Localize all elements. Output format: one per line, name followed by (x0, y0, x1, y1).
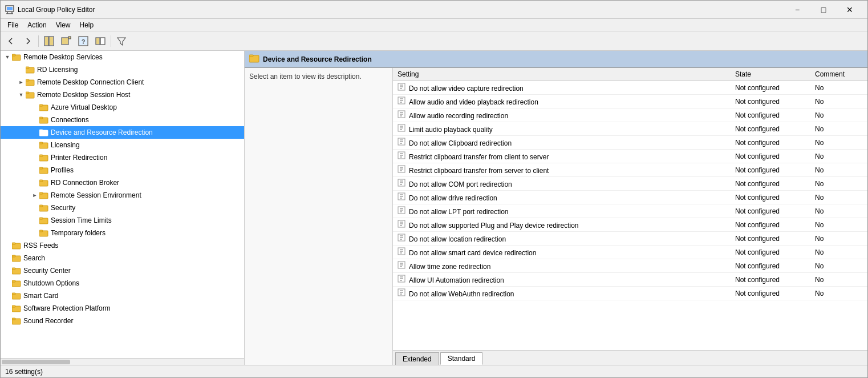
back-button[interactable] (3, 34, 19, 49)
tree-item-profiles[interactable]: Profiles (1, 164, 244, 176)
tree-scrollbar-thumb[interactable] (2, 360, 70, 364)
tabs-bar: Extended Standard (393, 350, 867, 365)
content-panel: Device and Resource Redirection Select a… (245, 51, 867, 365)
tree-item-rd-licensing[interactable]: RD Licensing (1, 63, 244, 76)
tree-item-rdsh[interactable]: ▼ Remote Desktop Session Host (1, 89, 244, 101)
table-row[interactable]: Limit audio playback qualityNot configur… (393, 122, 867, 136)
expand-spacer-rss (3, 241, 12, 250)
tree-item-shutdown-options[interactable]: Shutdown Options (1, 277, 244, 289)
tree-item-device-redirection[interactable]: Device and Resource Redirection (1, 126, 244, 139)
main-area: ▼ Remote Desktop Services RD Licensing ►… (1, 51, 867, 365)
view-panel-button[interactable] (92, 34, 108, 49)
window-controls: − □ ✕ (784, 1, 863, 19)
tree-label-smcard: Smart Card (23, 292, 58, 300)
setting-name-cell: Do not allow LPT port redirection (393, 204, 731, 218)
table-row[interactable]: Do not allow LPT port redirectionNot con… (393, 204, 867, 218)
expand-spacer-tf (30, 228, 39, 238)
expand-rdcc[interactable]: ► (17, 78, 26, 87)
expand-spacer-drr (30, 128, 39, 137)
policy-icon (398, 234, 405, 242)
table-row[interactable]: Allow time zone redirectionNot configure… (393, 259, 867, 273)
tree-item-rss-feeds[interactable]: RSS Feeds (1, 239, 244, 252)
svg-rect-37 (39, 155, 43, 156)
tree-item-rdcc[interactable]: ► Remote Desktop Connection Client (1, 76, 244, 89)
help-button[interactable]: ? (75, 34, 91, 49)
policy-icon (398, 192, 405, 200)
tree-item-sound-recorder[interactable]: Sound Recorder (1, 315, 244, 327)
table-row[interactable]: Allow UI Automation redirectionNot confi… (393, 273, 867, 287)
expand-icon[interactable]: ▼ (3, 53, 12, 62)
table-row[interactable]: Do not allow video capture redirectionNo… (393, 81, 867, 95)
setting-name: Restrict clipboard transfer from server … (409, 167, 549, 175)
expand-rse[interactable]: ► (30, 191, 39, 200)
setting-name-cell: Do not allow WebAuthn redirection (393, 287, 731, 300)
expand-rdsh[interactable]: ▼ (17, 90, 26, 99)
svg-rect-65 (249, 55, 253, 57)
svg-rect-18 (101, 38, 104, 44)
table-row[interactable]: Do not allow location redirectionNot con… (393, 232, 867, 246)
tree-item-avd[interactable]: Azure Virtual Desktop (1, 101, 244, 114)
table-row[interactable]: Do not allow smart card device redirecti… (393, 246, 867, 259)
tree-item-spp[interactable]: Software Protection Platform (1, 302, 244, 315)
table-row[interactable]: Do not allow supported Plug and Play dev… (393, 218, 867, 232)
setting-name-cell: Do not allow drive redirection (393, 191, 731, 204)
tree-scrollbar-x[interactable] (1, 358, 244, 365)
col-header-state: State (731, 68, 810, 81)
setting-comment: No (810, 163, 867, 177)
table-row[interactable]: Do not allow WebAuthn redirectionNot con… (393, 287, 867, 300)
tree-item-security[interactable]: Security (1, 202, 244, 214)
tree-item-security-center[interactable]: Security Center (1, 264, 244, 277)
minimize-button[interactable]: − (784, 1, 810, 19)
menu-file[interactable]: File (3, 20, 23, 30)
tree-item-remote-session-env[interactable]: ► Remote Session Environment (1, 189, 244, 202)
menu-view[interactable]: View (51, 20, 75, 30)
tree-item-remote-desktop-services[interactable]: ▼ Remote Desktop Services (1, 51, 244, 63)
menu-action[interactable]: Action (23, 20, 51, 30)
show-hide-console-button[interactable] (41, 34, 57, 49)
tree-label-sr: Sound Recorder (23, 317, 73, 325)
table-row[interactable]: Do not allow COM port redirectionNot con… (393, 177, 867, 191)
svg-rect-41 (39, 180, 43, 182)
tree-item-session-time-limits[interactable]: Session Time Limits (1, 214, 244, 227)
svg-rect-25 (26, 79, 29, 81)
tab-standard[interactable]: Standard (440, 352, 483, 365)
setting-name: Do not allow drive redirection (409, 194, 497, 202)
expand-spacer-spp (3, 304, 12, 313)
tree-item-rd-connection-broker[interactable]: RD Connection Broker (1, 176, 244, 189)
filter-button[interactable] (113, 34, 129, 49)
setting-name: Do not allow Clipboard redirection (409, 139, 512, 147)
svg-rect-51 (12, 243, 15, 244)
setting-comment: No (810, 108, 867, 122)
table-row[interactable]: Restrict clipboard transfer from server … (393, 163, 867, 177)
menu-help[interactable]: Help (75, 20, 99, 30)
tree-item-temporary-folders[interactable]: Temporary folders (1, 227, 244, 239)
policy-icon (398, 275, 405, 283)
tree-item-printer-redirection[interactable]: Printer Redirection (1, 151, 244, 164)
setting-state: Not configured (731, 122, 810, 136)
settings-table[interactable]: Setting State Comment Do not allow video… (393, 68, 867, 350)
table-row[interactable]: Allow audio recording redirectionNot con… (393, 108, 867, 122)
table-row[interactable]: Restrict clipboard transfer from client … (393, 150, 867, 163)
tree-label-drr: Device and Resource Redirection (51, 128, 153, 136)
tree-item-search[interactable]: Search (1, 252, 244, 264)
tree-item-smart-card[interactable]: Smart Card (1, 289, 244, 302)
content-body: Select an item to view its description. … (245, 68, 867, 365)
tree-item-licensing[interactable]: Licensing (1, 139, 244, 151)
setting-name: Limit audio playback quality (409, 126, 493, 134)
maximize-button[interactable]: □ (810, 1, 837, 19)
table-row[interactable]: Allow audio and video playback redirecti… (393, 95, 867, 108)
setting-name: Restrict clipboard transfer from client … (409, 153, 549, 161)
properties-button[interactable] (58, 34, 74, 49)
tab-extended[interactable]: Extended (395, 352, 439, 365)
svg-marker-19 (117, 38, 125, 45)
setting-name-cell: Do not allow smart card device redirecti… (393, 246, 731, 259)
tree-label-tf: Temporary folders (51, 229, 106, 237)
table-row[interactable]: Do not allow drive redirectionNot config… (393, 191, 867, 204)
forward-button[interactable] (20, 34, 36, 49)
tree-item-connections[interactable]: Connections (1, 114, 244, 126)
close-button[interactable]: ✕ (837, 1, 863, 19)
setting-name: Allow audio recording redirection (409, 112, 508, 120)
expand-spacer-avd (30, 103, 39, 112)
table-row[interactable]: Do not allow Clipboard redirectionNot co… (393, 136, 867, 150)
setting-name: Allow UI Automation redirection (409, 276, 504, 284)
